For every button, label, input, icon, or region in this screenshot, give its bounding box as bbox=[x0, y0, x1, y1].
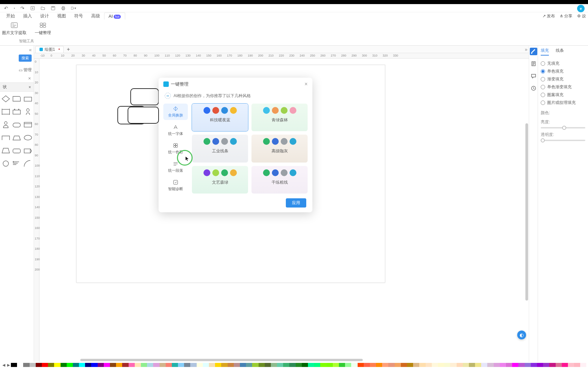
save-icon[interactable] bbox=[50, 5, 56, 11]
undo-icon[interactable] bbox=[3, 5, 9, 11]
scrollbar-horizontal[interactable] bbox=[80, 359, 363, 361]
color-swatch[interactable] bbox=[395, 363, 401, 367]
fill-solid-radio[interactable] bbox=[541, 69, 545, 74]
color-swatch[interactable] bbox=[512, 363, 518, 367]
color-swatch[interactable] bbox=[370, 363, 376, 367]
color-swatch[interactable] bbox=[543, 363, 549, 367]
color-swatch[interactable] bbox=[166, 363, 172, 367]
side-font[interactable]: 统一字体 bbox=[163, 122, 188, 138]
rail-style-icon[interactable] bbox=[530, 48, 537, 55]
rail-history-icon[interactable] bbox=[530, 85, 537, 92]
color-swatch[interactable] bbox=[475, 363, 481, 367]
color-swatch[interactable] bbox=[463, 363, 469, 367]
brightness-slider[interactable] bbox=[541, 127, 585, 128]
ocr-button[interactable]: 图片文字提取 bbox=[2, 22, 27, 36]
rail-page-icon[interactable] bbox=[530, 60, 537, 67]
color-swatch[interactable] bbox=[333, 363, 339, 367]
tidy-button[interactable]: 一键整理 bbox=[35, 22, 51, 36]
color-swatch[interactable] bbox=[574, 363, 580, 367]
color-swatch[interactable] bbox=[481, 363, 487, 367]
props-tab-line[interactable]: 线条 bbox=[556, 48, 564, 56]
menu-insert[interactable]: 插入 bbox=[19, 12, 36, 20]
side-skin[interactable]: 全局换肤 bbox=[163, 104, 188, 120]
color-swatch[interactable] bbox=[11, 363, 17, 367]
color-swatch[interactable] bbox=[67, 363, 73, 367]
shape-item[interactable] bbox=[23, 94, 33, 104]
color-swatch[interactable] bbox=[320, 363, 326, 367]
opacity-slider[interactable] bbox=[541, 140, 585, 141]
export-icon[interactable]: ▾ bbox=[71, 5, 76, 11]
color-swatch[interactable] bbox=[351, 363, 357, 367]
color-swatch[interactable] bbox=[382, 363, 388, 367]
color-swatch[interactable] bbox=[450, 363, 456, 367]
print-icon[interactable] bbox=[61, 5, 66, 11]
color-swatch[interactable] bbox=[518, 363, 524, 367]
color-swatch[interactable] bbox=[91, 363, 97, 367]
color-swatch[interactable] bbox=[401, 363, 407, 367]
style-card[interactable]: 科技暖夜蓝 bbox=[192, 104, 248, 131]
fill-image-radio[interactable] bbox=[541, 101, 545, 105]
color-swatch[interactable] bbox=[388, 363, 394, 367]
shape-item[interactable] bbox=[1, 158, 11, 169]
color-swatch[interactable] bbox=[432, 363, 438, 367]
shape-item[interactable] bbox=[12, 107, 22, 117]
style-card[interactable]: 干练粗线 bbox=[251, 166, 308, 194]
color-swatch[interactable] bbox=[364, 363, 370, 367]
color-swatch[interactable] bbox=[23, 363, 29, 367]
publish-button[interactable]: ↗ 发布 bbox=[542, 13, 555, 19]
color-swatch[interactable] bbox=[407, 363, 413, 367]
color-swatch[interactable] bbox=[444, 363, 450, 367]
side-diagnose[interactable]: 智能诊断 bbox=[163, 177, 188, 194]
color-swatch[interactable] bbox=[48, 363, 54, 367]
fill-none-radio[interactable] bbox=[541, 61, 545, 66]
panel-close-icon[interactable]: × bbox=[28, 76, 31, 81]
color-swatch[interactable] bbox=[568, 363, 574, 367]
color-swatch[interactable] bbox=[203, 363, 209, 367]
color-swatch[interactable] bbox=[271, 363, 277, 367]
color-swatch[interactable] bbox=[209, 363, 215, 367]
app-logo-icon[interactable]: e bbox=[577, 5, 585, 12]
color-swatch[interactable] bbox=[562, 363, 568, 367]
color-swatch[interactable] bbox=[17, 363, 23, 367]
menu-design[interactable]: 设计 bbox=[36, 12, 53, 20]
search-button[interactable]: 搜索 bbox=[19, 55, 32, 62]
color-swatch[interactable] bbox=[469, 363, 475, 367]
color-swatch[interactable] bbox=[308, 363, 314, 367]
category-close-icon[interactable]: × bbox=[29, 85, 31, 90]
color-swatch[interactable] bbox=[339, 363, 345, 367]
color-swatch[interactable] bbox=[413, 363, 419, 367]
color-swatch[interactable] bbox=[240, 363, 246, 367]
scrollbar-vertical[interactable] bbox=[525, 123, 528, 301]
canvas-shape[interactable] bbox=[130, 88, 159, 105]
add-tab-button[interactable]: + bbox=[65, 46, 72, 52]
category-header[interactable]: 状× bbox=[0, 82, 34, 92]
color-swatch[interactable] bbox=[190, 363, 196, 367]
color-swatch[interactable] bbox=[277, 363, 283, 367]
color-swatch[interactable] bbox=[215, 363, 221, 367]
document-tab[interactable]: 绘图1 • bbox=[35, 46, 64, 53]
canvas-shape[interactable] bbox=[128, 107, 159, 124]
shape-item[interactable] bbox=[23, 145, 33, 156]
shape-item[interactable] bbox=[23, 133, 33, 143]
shape-item[interactable] bbox=[1, 145, 11, 156]
panel-collapse-icon[interactable]: « bbox=[29, 47, 32, 52]
color-swatch[interactable] bbox=[289, 363, 295, 367]
color-swatch[interactable] bbox=[345, 363, 351, 367]
color-swatch[interactable] bbox=[160, 363, 166, 367]
color-swatch[interactable] bbox=[234, 363, 240, 367]
menu-symbol[interactable]: 符号 bbox=[70, 12, 87, 20]
color-swatch[interactable] bbox=[228, 363, 234, 367]
color-swatch[interactable] bbox=[122, 363, 128, 367]
rail-comment-icon[interactable] bbox=[530, 72, 537, 80]
redo-icon[interactable] bbox=[20, 5, 25, 11]
color-swatch[interactable] bbox=[327, 363, 333, 367]
color-swatch[interactable] bbox=[54, 363, 60, 367]
color-swatch[interactable] bbox=[376, 363, 382, 367]
color-swatch[interactable] bbox=[246, 363, 252, 367]
color-swatch[interactable] bbox=[221, 363, 227, 367]
style-card[interactable]: 青绿森林 bbox=[251, 104, 308, 131]
apply-button[interactable]: 应用 bbox=[286, 198, 306, 208]
shape-item[interactable] bbox=[1, 107, 11, 117]
shape-item[interactable] bbox=[12, 145, 22, 156]
color-swatch[interactable] bbox=[283, 363, 289, 367]
